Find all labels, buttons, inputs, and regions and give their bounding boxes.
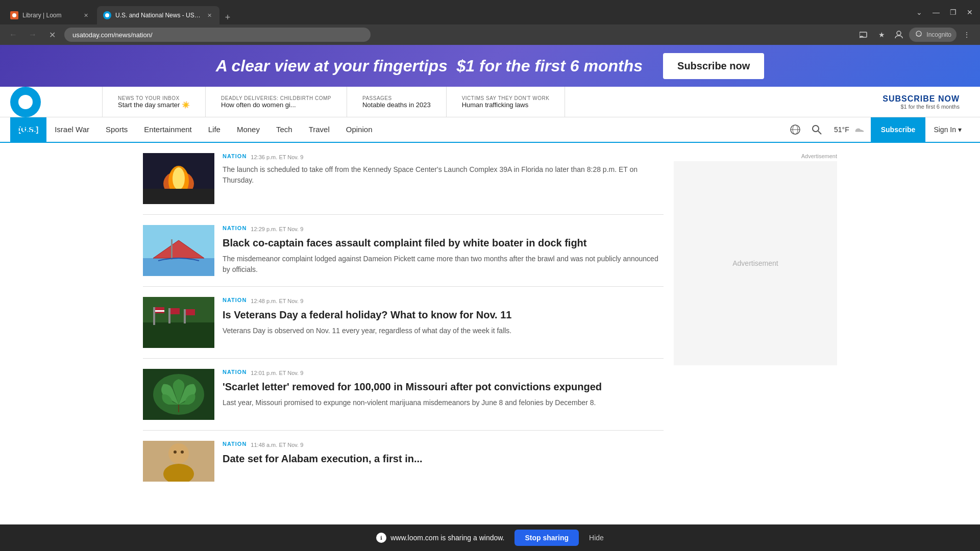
news-item-2[interactable]: NATION 12:48 p.m. ET Nov. 9 Is Veterans … xyxy=(143,287,664,359)
article-time-4: 11:48 a.m. ET Nov. 9 xyxy=(251,442,303,448)
promo-item-0[interactable]: NEWS TO YOUR INBOX Start the day smarter… xyxy=(102,87,206,117)
maximize-button[interactable]: ❐ xyxy=(947,6,960,18)
bookmark-icon[interactable]: ★ xyxy=(874,28,889,42)
incognito-button[interactable]: Incognito xyxy=(909,28,957,42)
ad-subscribe-button[interactable]: Subscribe now xyxy=(663,53,764,79)
address-input[interactable]: usatoday.com/news/nation/ xyxy=(64,28,371,42)
nav-item-life[interactable]: Life xyxy=(200,117,229,143)
forward-button[interactable]: → xyxy=(26,28,40,42)
article-time-0: 12:36 p.m. ET Nov. 9 xyxy=(251,154,303,160)
ad-label: Advertisement xyxy=(674,153,837,159)
nav-item-sports[interactable]: Sports xyxy=(97,117,136,143)
sharing-info-icon: ℹ xyxy=(376,533,386,543)
promo-subscribe-subtitle: $1 for the first 6 months xyxy=(883,104,960,110)
ad-text: A clear view at your fingertips $1 for t… xyxy=(216,57,643,76)
svg-point-10 xyxy=(813,126,819,132)
news-item-1[interactable]: NATION 12:29 p.m. ET Nov. 9 Black co-cap… xyxy=(143,215,664,287)
cast-icon[interactable] xyxy=(857,28,871,42)
article-summary-3: Last year, Missouri promised to expunge … xyxy=(223,397,664,408)
svg-point-36 xyxy=(168,443,189,464)
promo-title-3: Human trafficking laws xyxy=(462,101,550,109)
menu-icon[interactable]: ⋮ xyxy=(960,28,974,42)
article-time-1: 12:29 p.m. ET Nov. 9 xyxy=(251,226,303,232)
news-item-4[interactable]: NATION 11:48 a.m. ET Nov. 9 Date set for… xyxy=(143,431,664,492)
promo-item-3[interactable]: VICTIMS SAY THEY DON'T WORK Human traffi… xyxy=(447,87,566,117)
reload-button[interactable]: ✕ xyxy=(45,28,59,42)
article-body-2: NATION 12:48 p.m. ET Nov. 9 Is Veterans … xyxy=(223,297,664,348)
incognito-label: Incognito xyxy=(926,31,951,38)
logo-text-line2: TODAY xyxy=(13,130,37,137)
profile-icon[interactable] xyxy=(892,28,906,42)
svg-line-6 xyxy=(919,34,920,34)
nav-signin-button[interactable]: Sign In ▾ xyxy=(925,117,970,142)
svg-rect-23 xyxy=(153,307,155,325)
svg-rect-27 xyxy=(155,312,164,313)
article-thumbnail-1 xyxy=(143,225,214,276)
promo-title-1: How often do women gi... xyxy=(221,101,331,109)
browser-chrome: Library | Loom ✕ U.S. and National News … xyxy=(0,0,980,24)
search-icon[interactable] xyxy=(805,117,828,142)
nav-item-entertainment[interactable]: Entertainment xyxy=(136,117,200,143)
nav-item-tech[interactable]: Tech xyxy=(268,117,301,143)
promo-label-2: PASSAGES xyxy=(362,95,431,101)
promo-subscribe[interactable]: SUBSCRIBE NOW $1 for the first 6 months xyxy=(872,87,970,117)
sharing-text-label: www.loom.com is sharing a window. xyxy=(390,534,504,542)
svg-rect-26 xyxy=(155,310,164,312)
article-headline-2: Is Veterans Day a federal holiday? What … xyxy=(223,308,664,321)
svg-point-0 xyxy=(12,13,16,17)
svg-rect-18 xyxy=(143,258,214,276)
tab-library-loom-close[interactable]: ✕ xyxy=(82,11,90,19)
tab-library-loom-title: Library | Loom xyxy=(22,12,78,19)
nav-subscribe-button[interactable]: Subscribe xyxy=(871,117,926,142)
article-thumbnail-2 xyxy=(143,297,214,348)
article-headline-1: Black co-captain faces assault complaint… xyxy=(223,236,664,249)
main-navigation: [ U.S. ] Israel War Sports Entertainment… xyxy=(0,117,980,143)
article-body-3: NATION 12:01 p.m. ET Nov. 9 'Scarlet let… xyxy=(223,369,664,420)
article-category-3: NATION xyxy=(223,369,247,375)
svg-rect-16 xyxy=(143,189,214,204)
news-feed: NATION 12:36 p.m. ET Nov. 9 The launch i… xyxy=(143,153,664,492)
svg-rect-20 xyxy=(171,239,173,260)
svg-point-39 xyxy=(181,450,184,454)
news-item-0[interactable]: NATION 12:36 p.m. ET Nov. 9 The launch i… xyxy=(143,153,664,215)
promo-title-2: Notable deaths in 2023 xyxy=(362,101,431,109)
article-summary-0: The launch is scheduled to take off from… xyxy=(223,164,664,186)
tab-usatoday[interactable]: U.S. and National News - USA T... ✕ xyxy=(97,6,219,24)
tab-usatoday-close[interactable]: ✕ xyxy=(205,11,213,19)
nav-item-money[interactable]: Money xyxy=(229,117,268,143)
nav-item-travel[interactable]: Travel xyxy=(301,117,338,143)
promo-item-1[interactable]: DEADLY DELIVERIES: CHILDBIRTH COMP How o… xyxy=(206,87,347,117)
window-controls: ⌄ — ❐ ✕ xyxy=(913,6,976,18)
temperature: 51°F xyxy=(834,126,849,134)
sidebar-ad-placeholder: Advertisement xyxy=(674,161,837,365)
sharing-bar: ℹ www.loom.com is sharing a window. Stop… xyxy=(0,524,980,551)
article-thumbnail-4 xyxy=(143,441,214,482)
stop-sharing-button[interactable]: Stop sharing xyxy=(514,530,579,546)
article-headline-4: Date set for Alabam execution, a first i… xyxy=(223,452,664,465)
nav-item-opinion[interactable]: Opinion xyxy=(338,117,381,143)
tab-usatoday-title: U.S. and National News - USA T... xyxy=(115,12,201,19)
svg-rect-22 xyxy=(143,322,214,348)
svg-point-15 xyxy=(173,167,185,190)
news-item-3[interactable]: NATION 12:01 p.m. ET Nov. 9 'Scarlet let… xyxy=(143,359,664,431)
promo-subscribe-title: SUBSCRIBE NOW xyxy=(883,94,960,104)
close-window-button[interactable]: ✕ xyxy=(964,6,976,18)
svg-rect-31 xyxy=(186,309,195,315)
svg-point-3 xyxy=(897,31,901,35)
tab-library-loom[interactable]: Library | Loom ✕ xyxy=(4,6,96,24)
weather-display: 51°F xyxy=(828,117,871,142)
new-tab-button[interactable]: + xyxy=(220,10,235,24)
svg-rect-30 xyxy=(184,309,186,323)
article-thumbnail-3 xyxy=(143,369,214,420)
main-content: NATION 12:36 p.m. ET Nov. 9 The launch i… xyxy=(133,143,847,502)
promo-item-2[interactable]: PASSAGES Notable deaths in 2023 xyxy=(347,87,447,117)
article-category-2: NATION xyxy=(223,297,247,303)
tab-overflow-icon[interactable]: ⌄ xyxy=(913,6,925,18)
svg-rect-28 xyxy=(168,308,170,323)
nav-item-israel-war[interactable]: Israel War xyxy=(46,117,97,143)
back-button[interactable]: ← xyxy=(6,28,20,42)
usa-today-logo[interactable]: USA TODAY xyxy=(10,87,41,137)
minimize-button[interactable]: — xyxy=(929,6,943,18)
global-icon[interactable] xyxy=(785,117,805,142)
hide-button[interactable]: Hide xyxy=(589,534,604,542)
